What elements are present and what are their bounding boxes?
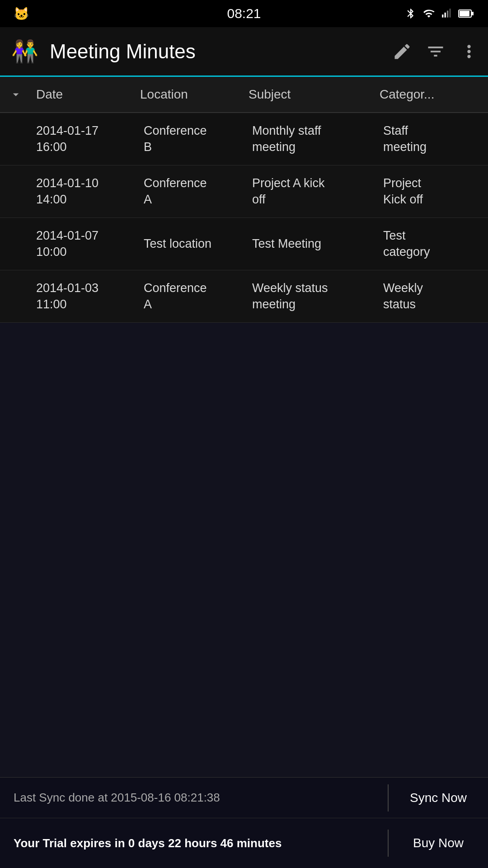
cell-subject: Monthly staff meeting — [249, 123, 380, 155]
cell-category: Test category — [380, 228, 488, 259]
col-header-subject[interactable]: Subject — [249, 87, 380, 102]
more-options-icon[interactable] — [459, 42, 479, 61]
cell-location: Conference A — [140, 280, 249, 312]
table-row[interactable]: 2014-01-10 14:00 Conference A Project A … — [0, 165, 488, 218]
status-icons — [405, 8, 474, 19]
status-bar-time: 08:21 — [227, 6, 261, 21]
app-system-icon: 🐱 — [14, 6, 29, 21]
cell-location: Conference B — [140, 123, 249, 155]
signal-icon — [441, 8, 453, 19]
col-header-date[interactable]: Date — [32, 87, 140, 102]
empty-content-area — [0, 323, 488, 778]
footer: Last Sync done at 2015-08-16 08:21:38 Sy… — [0, 777, 488, 868]
status-bar: 🐱 08:21 — [0, 0, 488, 27]
col-header-location[interactable]: Location — [140, 87, 249, 102]
app-bar: 👫 Meeting Minutes — [0, 27, 488, 77]
sort-indicator[interactable] — [0, 88, 32, 101]
battery-icon — [458, 8, 474, 19]
cell-location: Test location — [140, 236, 249, 252]
last-sync-text: Last Sync done at 2015-08-16 08:21:38 — [0, 791, 388, 805]
app-logo: 👫 — [9, 36, 41, 67]
app-title: Meeting Minutes — [50, 40, 392, 63]
sync-now-button[interactable]: Sync Now — [389, 791, 488, 805]
svg-rect-6 — [472, 12, 474, 15]
cell-category: Weekly status — [380, 280, 488, 312]
edit-icon[interactable] — [392, 42, 412, 61]
svg-rect-0 — [442, 14, 443, 17]
wifi-icon — [422, 8, 436, 19]
cell-category: Staff meeting — [380, 123, 488, 155]
app-bar-actions — [392, 42, 479, 61]
col-header-category[interactable]: Categor... — [380, 87, 488, 102]
table-row[interactable]: 2014-01-17 16:00 Conference B Monthly st… — [0, 113, 488, 165]
cell-subject: Weekly status meeting — [249, 280, 380, 312]
table-row[interactable]: 2014-01-07 10:00 Test location Test Meet… — [0, 218, 488, 270]
footer-trial-row: Your Trial expires in 0 days 22 hours 46… — [0, 818, 488, 868]
svg-rect-3 — [449, 9, 450, 17]
svg-rect-1 — [445, 13, 446, 18]
cell-date: 2014-01-17 16:00 — [32, 123, 140, 155]
svg-rect-5 — [460, 11, 469, 16]
cell-category: Project Kick off — [380, 175, 488, 207]
cell-subject: Test Meeting — [249, 236, 380, 252]
buy-now-button[interactable]: Buy Now — [389, 836, 488, 850]
table-body: 2014-01-17 16:00 Conference B Monthly st… — [0, 113, 488, 323]
bluetooth-icon — [405, 8, 417, 19]
status-bar-left: 🐱 — [14, 6, 29, 21]
table-row[interactable]: 2014-01-03 11:00 Conference A Weekly sta… — [0, 270, 488, 323]
cell-date: 2014-01-10 14:00 — [32, 175, 140, 207]
filter-icon[interactable] — [426, 42, 446, 61]
cell-date: 2014-01-03 11:00 — [32, 280, 140, 312]
svg-rect-2 — [447, 11, 448, 18]
footer-sync-row: Last Sync done at 2015-08-16 08:21:38 Sy… — [0, 778, 488, 818]
table-headers: Date Location Subject Categor... — [0, 77, 488, 113]
cell-subject: Project A kick off — [249, 175, 380, 207]
trial-expiry-text: Your Trial expires in 0 days 22 hours 46… — [0, 835, 388, 851]
cell-location: Conference A — [140, 175, 249, 207]
cell-date: 2014-01-07 10:00 — [32, 228, 140, 259]
